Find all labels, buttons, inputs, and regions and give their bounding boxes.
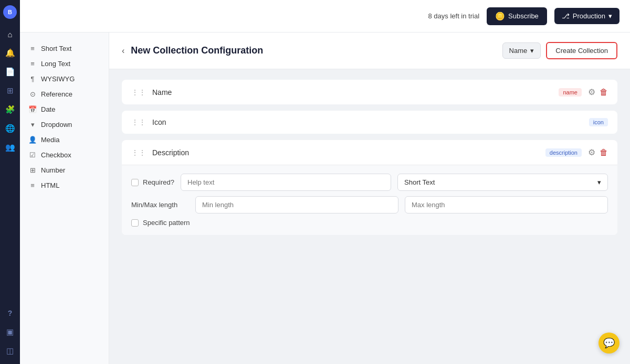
description-field-label: Description bbox=[152, 148, 539, 157]
max-length-input[interactable] bbox=[405, 196, 608, 213]
icon-field-label: Icon bbox=[152, 118, 583, 126]
field-type-label: Media bbox=[41, 136, 59, 144]
required-checkbox[interactable] bbox=[131, 179, 139, 186]
production-button[interactable]: ⎇ Production ▾ bbox=[554, 8, 620, 24]
specific-pattern-row: Specific pattern bbox=[131, 219, 608, 227]
page-body: ⋮⋮ Name name ⚙ 🗑 ⋮⋮ Icon icon bbox=[109, 69, 630, 364]
right-content: ‹ New Collection Configuration Name ▾ Cr… bbox=[109, 33, 630, 364]
required-row: Required? Short Text ▾ bbox=[131, 174, 608, 191]
short-text-icon: ≡ bbox=[28, 45, 37, 52]
min-max-label: Min/Max length bbox=[131, 201, 189, 209]
left-panel: ≡ Short Text ≡ Long Text ¶ WYSIWYG ⊙ Ref… bbox=[20, 33, 109, 364]
field-type-label: Date bbox=[41, 105, 55, 113]
header-right: Name ▾ Create Collection bbox=[502, 42, 617, 59]
chevron-down-icon: ▾ bbox=[530, 47, 534, 55]
drag-handle-icon[interactable]: ⋮⋮ bbox=[131, 88, 146, 97]
name-field-row: ⋮⋮ Name name ⚙ 🗑 bbox=[122, 80, 617, 104]
description-field-actions: ⚙ 🗑 bbox=[588, 147, 608, 157]
field-type-label: Short Text bbox=[41, 45, 71, 52]
html-icon: ≡ bbox=[28, 181, 37, 189]
create-collection-button[interactable]: Create Collection bbox=[546, 42, 617, 59]
min-max-row: Min/Max length bbox=[131, 196, 608, 213]
description-field-tag: description bbox=[545, 148, 582, 157]
name-field-label: Name bbox=[152, 88, 552, 97]
sidebar-bell[interactable]: 🔔 bbox=[2, 45, 18, 61]
wysiwyg-icon: ¶ bbox=[28, 75, 37, 83]
topbar: 8 days left in trial 🪙 Subscribe ⎇ Produ… bbox=[20, 0, 630, 33]
name-field-header: ⋮⋮ Name name ⚙ 🗑 bbox=[122, 80, 617, 104]
dropdown-icon: ▾ bbox=[28, 121, 37, 129]
reference-icon: ⊙ bbox=[28, 90, 37, 98]
icon-field-header: ⋮⋮ Icon icon bbox=[122, 111, 617, 134]
field-type-reference[interactable]: ⊙ Reference bbox=[20, 87, 109, 102]
sidebar-help[interactable]: ? bbox=[2, 305, 18, 321]
type-select-dropdown[interactable]: Short Text ▾ bbox=[397, 174, 608, 191]
name-dropdown[interactable]: Name ▾ bbox=[502, 42, 541, 59]
field-type-label: WYSIWYG bbox=[41, 75, 75, 83]
specific-pattern-label: Specific pattern bbox=[131, 219, 190, 227]
chat-widget[interactable]: 💬 bbox=[598, 333, 620, 354]
field-type-label: Dropdown bbox=[41, 121, 72, 129]
name-gear-button[interactable]: ⚙ bbox=[588, 87, 595, 97]
sidebar-home[interactable]: ⌂ bbox=[2, 26, 18, 42]
field-type-checkbox[interactable]: ☑ Checkbox bbox=[20, 147, 109, 163]
field-type-number[interactable]: ⊞ Number bbox=[20, 163, 109, 178]
media-icon: 👤 bbox=[28, 136, 37, 144]
trial-text: 8 days left in trial bbox=[428, 12, 479, 20]
number-icon: ⊞ bbox=[28, 166, 37, 174]
chevron-down-icon: ▾ bbox=[597, 178, 601, 186]
description-trash-button[interactable]: 🗑 bbox=[600, 148, 608, 157]
date-icon: 📅 bbox=[28, 105, 37, 113]
sidebar-terminal[interactable]: ▣ bbox=[2, 324, 18, 340]
avatar[interactable]: B bbox=[3, 5, 17, 19]
main-area: 8 days left in trial 🪙 Subscribe ⎇ Produ… bbox=[20, 0, 630, 364]
field-type-media[interactable]: 👤 Media bbox=[20, 132, 109, 147]
field-type-short-text[interactable]: ≡ Short Text bbox=[20, 41, 109, 56]
checkbox-icon: ☑ bbox=[28, 151, 37, 159]
header-left: ‹ New Collection Configuration bbox=[122, 45, 263, 56]
description-gear-button[interactable]: ⚙ bbox=[588, 147, 595, 157]
icon-field-tag: icon bbox=[589, 118, 608, 126]
sidebar-document[interactable]: 📄 bbox=[2, 64, 18, 80]
drag-handle-icon[interactable]: ⋮⋮ bbox=[131, 148, 146, 157]
drag-handle-icon[interactable]: ⋮⋮ bbox=[131, 118, 146, 126]
field-type-html[interactable]: ≡ HTML bbox=[20, 178, 109, 193]
min-length-input[interactable] bbox=[195, 196, 398, 213]
name-trash-button[interactable]: 🗑 bbox=[600, 88, 608, 97]
subscribe-button[interactable]: 🪙 Subscribe bbox=[487, 7, 547, 25]
name-field-tag: name bbox=[559, 88, 582, 97]
sidebar: B ⌂ 🔔 📄 ⊞ 🧩 🌐 👥 ? ▣ ◫ bbox=[0, 0, 20, 364]
sidebar-layers[interactable]: ◫ bbox=[2, 343, 18, 359]
description-field-header: ⋮⋮ Description description ⚙ 🗑 bbox=[122, 140, 617, 165]
field-type-dropdown[interactable]: ▾ Dropdown bbox=[20, 117, 109, 132]
long-text-icon: ≡ bbox=[28, 60, 37, 68]
description-expanded: Required? Short Text ▾ Min/Max length bbox=[122, 165, 617, 235]
field-type-long-text[interactable]: ≡ Long Text bbox=[20, 56, 109, 71]
branch-icon: ⎇ bbox=[562, 12, 570, 20]
icon-field-row: ⋮⋮ Icon icon bbox=[122, 111, 617, 134]
description-field-row: ⋮⋮ Description description ⚙ 🗑 bbox=[122, 140, 617, 235]
field-type-date[interactable]: 📅 Date bbox=[20, 102, 109, 117]
field-type-label: Checkbox bbox=[41, 151, 71, 159]
name-field-actions: ⚙ 🗑 bbox=[588, 87, 608, 97]
field-type-wysiwyg[interactable]: ¶ WYSIWYG bbox=[20, 71, 109, 87]
coin-icon: 🪙 bbox=[495, 12, 505, 21]
back-button[interactable]: ‹ bbox=[122, 46, 124, 56]
field-type-label: Long Text bbox=[41, 60, 70, 68]
sidebar-globe[interactable]: 🌐 bbox=[2, 121, 18, 136]
required-checkbox-label: Required? bbox=[131, 178, 174, 186]
page-title: New Collection Configuration bbox=[131, 45, 263, 56]
sidebar-puzzle[interactable]: 🧩 bbox=[2, 102, 18, 117]
content-area: ≡ Short Text ≡ Long Text ¶ WYSIWYG ⊙ Ref… bbox=[20, 33, 630, 364]
page-header: ‹ New Collection Configuration Name ▾ Cr… bbox=[109, 33, 630, 69]
sidebar-users[interactable]: 👥 bbox=[2, 140, 18, 155]
field-type-label: HTML bbox=[41, 181, 59, 189]
field-type-label: Number bbox=[41, 166, 65, 174]
sidebar-grid[interactable]: ⊞ bbox=[2, 83, 18, 99]
help-text-input[interactable] bbox=[181, 174, 391, 191]
field-type-label: Reference bbox=[41, 90, 72, 98]
specific-pattern-checkbox[interactable] bbox=[131, 219, 139, 227]
chevron-down-icon: ▾ bbox=[608, 12, 612, 20]
chat-icon: 💬 bbox=[603, 337, 615, 349]
